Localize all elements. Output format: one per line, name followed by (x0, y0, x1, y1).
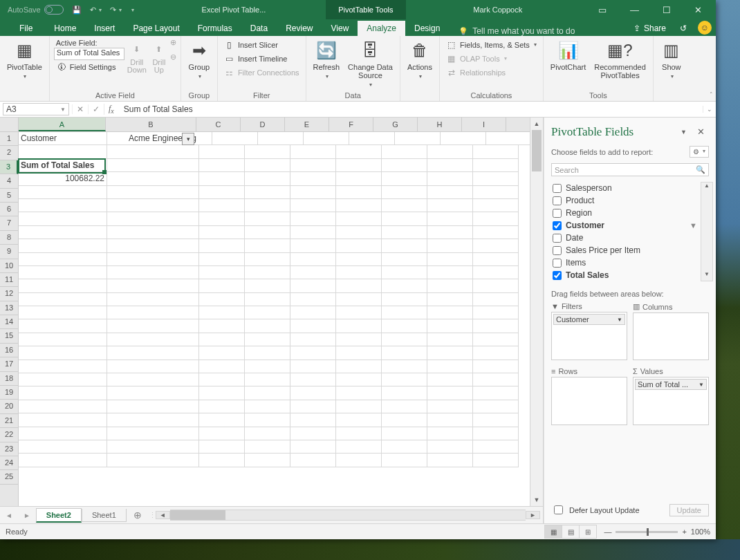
cell-H25[interactable] (427, 454, 473, 467)
view-normal-icon[interactable]: ▦ (544, 525, 562, 539)
row-header-20[interactable]: 20 (0, 400, 18, 413)
drill-up-button[interactable]: ⬆Drill Up (151, 38, 167, 75)
enter-formula-icon[interactable]: ✓ (88, 104, 104, 114)
share-button[interactable]: ⇪Share (627, 21, 673, 36)
cell-E13[interactable] (290, 293, 336, 306)
row-header-19[interactable]: 19 (0, 386, 18, 400)
zoom-in-button[interactable]: + (682, 528, 686, 536)
column-header-F[interactable]: F (329, 118, 373, 131)
cell-F25[interactable] (336, 454, 382, 467)
view-page-layout-icon[interactable]: ▤ (562, 525, 580, 539)
field-region[interactable]: Region (551, 207, 699, 219)
cell-G19[interactable] (382, 373, 427, 386)
fx-icon[interactable]: fx (104, 104, 118, 115)
filter-item-customer[interactable]: Customer▼ (553, 314, 625, 325)
cell-D15[interactable] (245, 319, 290, 333)
field-list-scrollbar[interactable]: ▲▼ (701, 182, 713, 281)
field-checkbox[interactable] (553, 196, 562, 205)
cell-H17[interactable] (427, 346, 473, 360)
cell-B20[interactable] (107, 386, 199, 400)
column-header-I[interactable]: I (462, 118, 506, 131)
cell-B21[interactable] (107, 400, 199, 413)
cell-G5[interactable] (382, 186, 427, 199)
cell-A3[interactable]: Sum of Total Sales (19, 159, 107, 172)
cell-I8[interactable] (473, 226, 519, 239)
cell-D3[interactable] (245, 159, 290, 172)
tab-file[interactable]: File (7, 21, 45, 36)
value-item-sum-total[interactable]: Sum of Total ...▼ (635, 379, 707, 390)
cell-A16[interactable] (19, 333, 107, 346)
cell-H15[interactable] (427, 319, 473, 333)
cell-F16[interactable] (336, 333, 382, 346)
cell-H4[interactable] (427, 172, 473, 185)
cell-C6[interactable] (199, 199, 245, 212)
cell-D8[interactable] (245, 226, 290, 239)
row-header-7[interactable]: 7 (0, 216, 18, 230)
cell-C14[interactable] (199, 306, 245, 319)
cell-B6[interactable] (107, 199, 199, 212)
cell-F4[interactable] (336, 172, 382, 185)
cell-H18[interactable] (427, 360, 473, 373)
cell-F11[interactable] (336, 266, 382, 279)
expand-field-icon[interactable]: ⊕ (170, 38, 176, 47)
row-header-5[interactable]: 5 (0, 189, 18, 203)
row-header-12[interactable]: 12 (0, 287, 18, 301)
cell-D20[interactable] (245, 386, 290, 400)
cell-H8[interactable] (427, 226, 473, 239)
sheet-nav-prev[interactable]: ◄ (0, 512, 18, 519)
tab-formulas[interactable]: Formulas (189, 21, 241, 36)
zoom-out-button[interactable]: — (604, 528, 611, 536)
cell-B2[interactable] (107, 145, 199, 158)
tab-view[interactable]: View (322, 21, 358, 36)
cell-D19[interactable] (245, 373, 290, 386)
cell-D5[interactable] (245, 186, 290, 199)
actions-button[interactable]: 🗑Actions▾ (405, 38, 435, 82)
field-items[interactable]: Items (551, 256, 699, 269)
cell-C9[interactable] (199, 239, 245, 252)
cell-F17[interactable] (336, 346, 382, 360)
cell-G6[interactable] (382, 199, 427, 212)
field-checkbox[interactable] (553, 259, 562, 268)
cell-I4[interactable] (473, 172, 519, 185)
update-button[interactable]: Update (669, 504, 709, 516)
cell-I2[interactable] (473, 145, 519, 158)
tell-me-search[interactable]: Tell me what you want to do (459, 26, 575, 36)
cell-B12[interactable] (107, 279, 199, 292)
cell-A2[interactable] (19, 145, 107, 158)
cell-I14[interactable] (473, 306, 519, 319)
cell-C16[interactable] (199, 333, 245, 346)
cell-D23[interactable] (245, 427, 290, 440)
expand-formula-bar-icon[interactable]: ⌄ (703, 106, 716, 113)
cell-I7[interactable] (473, 212, 519, 225)
cell-B5[interactable] (107, 186, 199, 199)
cell-A13[interactable] (19, 293, 107, 306)
cell-E6[interactable] (290, 199, 336, 212)
view-page-break-icon[interactable]: ⊞ (579, 525, 597, 539)
cell-G22[interactable] (382, 413, 427, 427)
cell-B13[interactable] (107, 293, 199, 306)
row-header-14[interactable]: 14 (0, 315, 18, 329)
column-header-C[interactable]: C (196, 118, 241, 131)
cell-C10[interactable] (199, 253, 245, 266)
horizontal-scrollbar[interactable]: ◄ ► (156, 510, 540, 521)
cell-I23[interactable] (473, 427, 519, 440)
field-sales-price-per-item[interactable]: Sales Price per Item (551, 244, 699, 256)
feedback-smiley-icon[interactable]: ☺ (698, 21, 712, 35)
cancel-formula-icon[interactable]: ✕ (72, 104, 88, 114)
history-icon[interactable]: ↺ (673, 21, 694, 36)
cell-C15[interactable] (199, 319, 245, 333)
cell-A19[interactable] (19, 373, 107, 386)
cell-C4[interactable] (199, 172, 245, 185)
cell-E4[interactable] (290, 172, 336, 185)
olap-tools-button[interactable]: ▦OLAP Tools▾ (444, 52, 539, 66)
cell-D12[interactable] (245, 279, 290, 292)
cell-G8[interactable] (382, 226, 427, 239)
pane-layout-button[interactable]: ⚙▾ (690, 146, 709, 158)
show-button[interactable]: ▥Show▾ (658, 38, 685, 82)
row-header-2[interactable]: 2 (0, 146, 18, 160)
scroll-left-icon[interactable]: ◄ (156, 511, 170, 519)
row-header-10[interactable]: 10 (0, 259, 18, 273)
cell-D13[interactable] (245, 293, 290, 306)
cell-D24[interactable] (245, 440, 290, 454)
cell-E25[interactable] (290, 454, 336, 467)
